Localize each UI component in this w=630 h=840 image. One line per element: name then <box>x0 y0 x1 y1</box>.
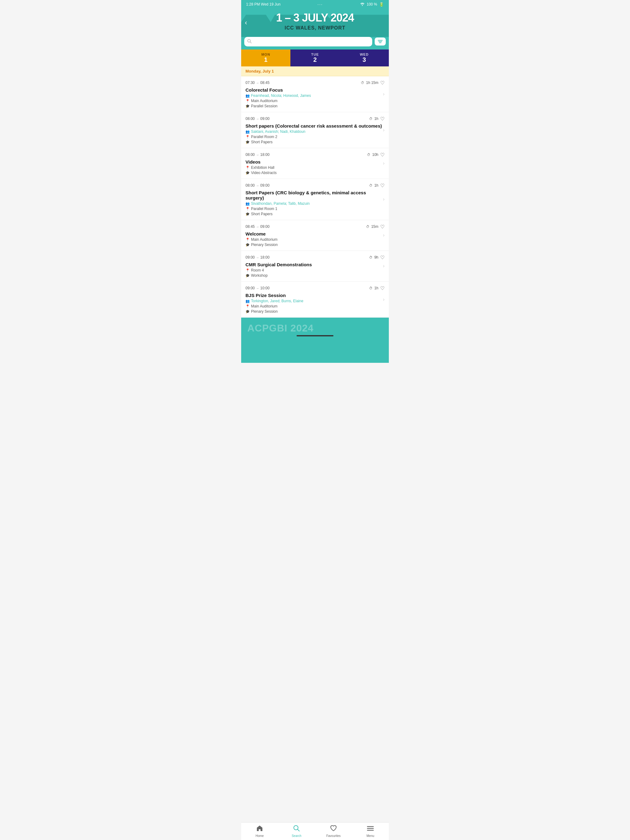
end-time: 10:00 <box>260 286 269 290</box>
session-inner: 09:00 → 10:00 1h ♡ BJS Prize Session Tor… <box>245 285 385 314</box>
session-type: Short Papers <box>245 140 385 144</box>
favourite-heart-icon[interactable]: ♡ <box>380 285 385 291</box>
time-arrow: → <box>256 117 259 120</box>
clock-icon <box>366 224 369 229</box>
tab-wednesday[interactable]: WED 3 <box>340 49 389 66</box>
session-item[interactable]: 08:00 → 18:00 10h ♡ Videos Exhibition Ha… <box>241 148 389 179</box>
status-indicators: 100 % 🔋 <box>360 2 384 7</box>
start-time: 09:00 <box>245 255 255 259</box>
status-bar: 1:28 PM Wed 19 Jun ··· 100 % 🔋 <box>241 0 389 9</box>
header-location: ICC WALES, NEWPORT <box>253 25 377 31</box>
session-item[interactable]: 09:00 → 10:00 1h ♡ BJS Prize Session Tor… <box>241 282 389 317</box>
session-item[interactable]: 08:45 → 09:00 15m ♡ Welcome Main Auditor… <box>241 220 389 251</box>
session-speakers: Sivathondan, Pamela; Talib, Mazuin <box>245 201 385 206</box>
favourite-heart-icon[interactable]: ♡ <box>380 224 385 230</box>
start-time: 08:00 <box>245 117 255 121</box>
session-inner: 08:00 → 09:00 1h ♡ Short papers (Colorec… <box>245 116 385 144</box>
session-title: BJS Prize Session <box>245 293 385 298</box>
session-time: 09:00 → 18:00 <box>245 255 269 259</box>
session-meta-right: 1h ♡ <box>369 116 385 122</box>
time-arrow: → <box>256 153 259 156</box>
session-location: Parallel Room 1 <box>245 207 385 211</box>
tab-wednesday-label: WED <box>340 52 389 56</box>
status-time: 1:28 PM Wed 19 Jun <box>246 2 280 6</box>
session-location: Main Auditorium <box>245 237 385 242</box>
session-duration: 1h <box>374 117 378 121</box>
location-icon <box>245 135 250 139</box>
clock-icon <box>361 81 364 85</box>
time-arrow: → <box>256 184 259 187</box>
filter-button[interactable] <box>375 38 386 46</box>
session-location: Room 4 <box>245 268 385 272</box>
favourite-heart-icon[interactable]: ♡ <box>380 80 385 86</box>
start-time: 09:00 <box>245 286 255 290</box>
clock-icon <box>369 255 372 259</box>
favourite-heart-icon[interactable]: ♡ <box>380 116 385 122</box>
session-inner: 08:00 → 18:00 10h ♡ Videos Exhibition Ha… <box>245 152 385 175</box>
session-type-icon <box>245 171 250 175</box>
session-type-icon <box>245 212 250 216</box>
session-time: 07:30 → 08:45 <box>245 81 269 85</box>
search-input[interactable] <box>253 39 369 44</box>
date-header: Monday, July 1 <box>241 66 389 76</box>
favourite-heart-icon[interactable]: ♡ <box>380 152 385 158</box>
session-time: 08:00 → 09:00 <box>245 117 269 121</box>
session-type: Plenary Session <box>245 309 385 314</box>
end-time: 18:00 <box>260 153 269 157</box>
session-time-row: 08:45 → 09:00 15m ♡ <box>245 224 385 230</box>
chevron-right-icon: › <box>383 297 385 302</box>
chevron-right-icon: › <box>383 91 385 97</box>
svg-line-1 <box>250 42 251 43</box>
tab-tuesday[interactable]: TUE 2 <box>290 49 340 66</box>
session-title: Videos <box>245 159 385 164</box>
session-duration: 1h 15m <box>366 81 378 85</box>
battery-icon: 🔋 <box>379 2 384 7</box>
search-bar-row <box>241 37 389 49</box>
start-time: 08:45 <box>245 224 255 229</box>
session-item[interactable]: 08:00 → 09:00 1h ♡ Short Papers (CRC bio… <box>241 179 389 220</box>
chevron-right-icon: › <box>383 127 385 133</box>
end-time: 09:00 <box>260 224 269 229</box>
session-type: Plenary Session <box>245 243 385 247</box>
battery-percentage: 100 % <box>367 2 377 6</box>
session-item[interactable]: 08:00 → 09:00 1h ♡ Short papers (Colorec… <box>241 112 389 148</box>
session-type-icon <box>245 104 250 108</box>
session-meta-right: 15m ♡ <box>366 224 385 230</box>
day-tabs: MON 1 TUE 2 WED 3 <box>241 49 389 66</box>
session-type: Short Papers <box>245 212 385 216</box>
session-time-row: 09:00 → 18:00 9h ♡ <box>245 254 385 261</box>
session-meta-right: 10h ♡ <box>367 152 385 158</box>
session-location: Main Auditorium <box>245 99 385 103</box>
location-icon <box>245 237 250 242</box>
favourite-heart-icon[interactable]: ♡ <box>380 183 385 188</box>
session-title: Short papers (Colorectal cancer risk ass… <box>245 123 385 128</box>
session-time: 08:00 → 18:00 <box>245 153 269 157</box>
session-item[interactable]: 09:00 → 18:00 9h ♡ CMR Surgical Demonstr… <box>241 251 389 282</box>
tab-monday-label: MON <box>241 52 290 56</box>
chevron-right-icon: › <box>383 196 385 202</box>
header-date: 1 – 3 JULY 2024 <box>253 12 377 24</box>
start-time: 08:00 <box>245 153 255 157</box>
session-time-row: 09:00 → 10:00 1h ♡ <box>245 285 385 291</box>
chevron-right-icon: › <box>383 263 385 269</box>
session-time: 08:45 → 09:00 <box>245 224 269 229</box>
session-title: Colorectal Focus <box>245 87 385 93</box>
session-type-icon <box>245 273 250 278</box>
chevron-right-icon: › <box>383 232 385 238</box>
status-dots: ··· <box>317 2 323 7</box>
search-input-wrap <box>244 37 372 46</box>
tab-monday[interactable]: MON 1 <box>241 49 290 66</box>
search-magnifier-icon <box>247 39 252 44</box>
location-icon <box>245 99 250 103</box>
session-item[interactable]: 07:30 → 08:45 1h 15m ♡ Colorectal Focus … <box>241 76 389 112</box>
chevron-right-icon: › <box>383 161 385 166</box>
tab-tuesday-label: TUE <box>290 52 340 56</box>
clock-icon <box>369 117 372 121</box>
session-inner: 08:45 → 09:00 15m ♡ Welcome Main Auditor… <box>245 224 385 247</box>
back-button[interactable]: ‹ <box>245 19 247 27</box>
session-time-row: 08:00 → 09:00 1h ♡ <box>245 183 385 188</box>
time-arrow: → <box>256 81 259 85</box>
favourite-heart-icon[interactable]: ♡ <box>380 254 385 261</box>
speakers-icon <box>245 93 250 98</box>
end-time: 08:45 <box>260 81 269 85</box>
